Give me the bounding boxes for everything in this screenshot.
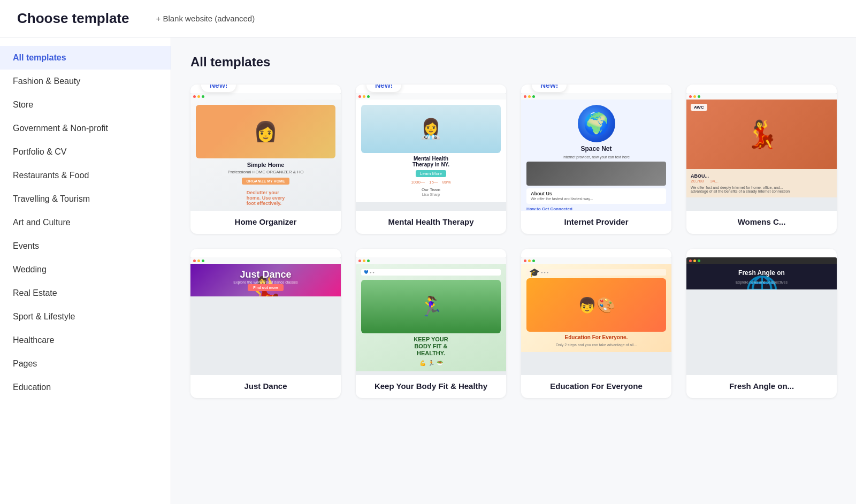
template-label: Mental Health Therapy: [356, 211, 506, 234]
template-label: Education For Everyone: [521, 375, 671, 398]
page-title: Choose template: [17, 10, 129, 27]
sidebar-item-all-templates[interactable]: All templates: [0, 46, 171, 70]
new-badge: New!: [201, 85, 236, 92]
template-card-just-dance[interactable]: Just Dance Explore the world's best danc…: [190, 249, 341, 398]
template-card-home-organizer[interactable]: New! Simple HomeProfessional HOME ORGANI…: [190, 85, 341, 234]
template-card-education-for-everyone[interactable]: 🎓 ● ● ● Education For Everyone. Only 2 s…: [521, 249, 671, 398]
sidebar-item-store[interactable]: Store: [0, 93, 171, 117]
template-card-womens-clothing[interactable]: AWC ABOU... 20,78834... We offer fast an…: [686, 85, 837, 234]
sidebar-item-education[interactable]: Education: [0, 376, 171, 399]
new-badge: New!: [532, 85, 567, 92]
main-layout: All templatesFashion & BeautyStoreGovern…: [0, 37, 856, 504]
template-card-fresh-angle[interactable]: Fresh Angle on Explore news and perspect…: [686, 249, 837, 398]
template-label: Internet Provider: [521, 211, 671, 234]
sidebar: All templatesFashion & BeautyStoreGovern…: [0, 37, 171, 504]
content-area: All templates New! Simple HomeProfession…: [171, 37, 856, 504]
template-card-keep-fit[interactable]: 💙 ● ● KEEP YOURBODY FIT &HEALTHY. 💪🏃🥗 Ke…: [356, 249, 506, 398]
sidebar-item-sport-lifestyle[interactable]: Sport & Lifestyle: [0, 305, 171, 329]
sidebar-item-government-non-profit[interactable]: Government & Non-profit: [0, 117, 171, 140]
template-card-internet-provider[interactable]: New! 🌍 Space Net internet provider, now …: [521, 85, 671, 234]
new-badge: New!: [366, 85, 401, 92]
template-label: Fresh Angle on...: [686, 375, 837, 398]
template-label: Just Dance: [190, 375, 341, 398]
section-title: All templates: [190, 55, 837, 70]
template-label: Womens C...: [686, 211, 837, 234]
sidebar-item-restaurants-food[interactable]: Restaurants & Food: [0, 164, 171, 187]
sidebar-item-fashion-beauty[interactable]: Fashion & Beauty: [0, 70, 171, 93]
sidebar-item-real-estate[interactable]: Real Estate: [0, 281, 171, 305]
header: Choose template + Blank website (advance…: [0, 0, 856, 37]
sidebar-item-travelling-tourism[interactable]: Travelling & Tourism: [0, 187, 171, 211]
sidebar-item-events[interactable]: Events: [0, 234, 171, 258]
template-label: Home Organizer: [190, 211, 341, 234]
template-label: Keep Your Body Fit & Healthy: [356, 375, 506, 398]
sidebar-item-portfolio-cv[interactable]: Portfolio & CV: [0, 140, 171, 164]
template-card-mental-health-therapy[interactable]: New! Mental HealthTherapy in NY. Learn M…: [356, 85, 506, 234]
sidebar-item-pages[interactable]: Pages: [0, 352, 171, 376]
blank-website-button[interactable]: + Blank website (advanced): [151, 11, 261, 26]
sidebar-item-wedding[interactable]: Wedding: [0, 258, 171, 281]
sidebar-item-art-culture[interactable]: Art and Culture: [0, 211, 171, 234]
templates-grid: New! Simple HomeProfessional HOME ORGANI…: [190, 85, 837, 398]
sidebar-item-healthcare[interactable]: Healthcare: [0, 329, 171, 352]
